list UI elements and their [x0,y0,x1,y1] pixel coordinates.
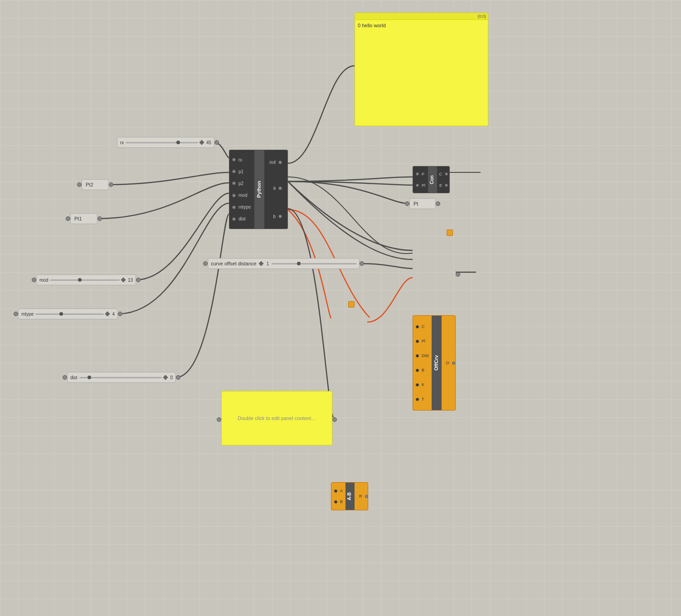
pt2-left-port [77,182,82,187]
mtype-right-port [118,312,122,316]
offcrv-c-port [416,325,419,328]
con-e-port-row: E [437,182,451,189]
python-mtype-port [232,205,236,209]
python-rx-port-row: rx [229,156,254,163]
ab-a-port [334,489,337,493]
offcrv-b-port [416,369,419,372]
curve-offset-track[interactable] [272,263,356,264]
dist-diamond-icon [163,375,168,380]
ab-top-connector [348,301,355,308]
ab-a-port-row: A [331,488,345,494]
python-dist-port [232,217,236,221]
python-out-port-row: out [264,159,285,166]
python-node[interactable]: rx p1 p2 mod mtype dist Python out a [229,150,288,229]
pt2-right-port [109,182,113,187]
pt1-right-port [97,216,102,221]
rx-slider-thumb[interactable] [176,141,180,144]
pt1-left-port [66,216,70,221]
con-c-port-row: C [437,171,451,177]
pt-output-node[interactable]: Pt [409,198,436,209]
ab-b-port [334,500,337,504]
mod-slider-track[interactable] [50,279,119,281]
offcrv-t-port-row: T [413,396,432,402]
python-p2-port [232,181,236,185]
curve-offset-thumb[interactable] [297,262,301,265]
python-p1-port-row: p1 [229,168,254,175]
con-pl-port [416,184,419,187]
curve-offset-diamond-icon [258,261,263,266]
con-node[interactable]: P Pl Con C E [413,166,450,193]
pt1-node[interactable]: Pt1 [70,213,97,224]
offcrv-b-port-row: B [413,367,432,373]
python-b-port-row: b [264,213,285,220]
offcrv-k-port [416,383,419,386]
mtype-slider-track[interactable] [35,313,104,315]
offcrv-dist-port-row: Dist [413,352,432,359]
con-p-port [416,172,419,176]
mod-right-port [136,278,141,282]
offcrv-t-port [416,398,419,401]
ab-label: A-B [345,483,355,510]
pt-right-port [436,201,440,206]
mod-slider[interactable]: mod 13 [36,274,136,285]
pt-left-port [405,201,409,206]
con-e-port [445,184,448,187]
con-p-port-row: P [413,171,428,177]
python-b-port [278,215,282,218]
con-pl-port-row: Pl [413,182,428,189]
offcrv-label: OffCrv [432,316,442,410]
bottom-panel[interactable]: Double click to edit panel content… [221,391,332,445]
python-label: Python [254,150,264,229]
curve-offset-right-port [360,261,364,266]
rx-slider[interactable]: rx 45 [117,137,214,148]
offcrv-o-port-row: O [443,360,458,366]
offcrv-node[interactable]: C Pl Dist B K T OffCrv O [413,315,456,411]
dist-slider[interactable]: dist 0 [67,372,176,383]
python-mod-port-row: mod [229,192,254,199]
rx-diamond-icon [199,140,204,145]
bottom-panel-left-port [217,417,221,422]
python-p1-port [232,170,236,173]
python-a-port-row: a [264,185,285,191]
offcrv-k-port-row: K [413,381,432,388]
python-mod-port [232,194,236,197]
top-panel: {0;0} 0 hello world [355,13,488,126]
dist-right-port [176,375,180,380]
ab-r-port-row: R [356,493,371,499]
rx-port [214,140,219,145]
offcrv-pl-port [416,340,419,343]
offcrv-c-port-row: C [413,323,432,330]
rx-slider-track[interactable] [126,142,198,143]
dist-left-port [63,375,67,380]
python-out-port [278,161,282,164]
mod-slider-thumb[interactable] [78,278,82,282]
mtype-slider-thumb[interactable] [59,312,63,316]
con-label: Con [428,166,437,193]
con-c-port [445,172,448,176]
python-mtype-port-row: mtype [229,204,254,210]
offcrv-dist-port [416,354,419,357]
offcrv-o-port [452,362,455,365]
mtype-slider[interactable]: mtype 4 [18,308,118,319]
ab-b-port-row: B [331,499,345,505]
python-p2-port-row: p2 [229,180,254,187]
offcrv-pl-port-row: Pl [413,338,432,344]
curve-offset-slider[interactable]: curve offset distance 1 [208,258,360,269]
python-a-port [278,186,282,190]
bottom-panel-right-port [332,417,337,422]
panel-header: {0;0} [355,13,488,20]
dist-slider-track[interactable] [79,377,162,378]
panel-content[interactable]: 0 hello world [355,20,488,47]
mod-diamond-icon [121,277,126,282]
mtype-diamond-icon [105,311,110,316]
offcrv-output-port [456,272,460,277]
pt2-node[interactable]: Pt2 [82,179,109,190]
ab-r-port [365,495,368,498]
dist-slider-thumb[interactable] [88,376,91,379]
curve-offset-left-port [203,261,208,266]
offcrv-top-connector [447,230,453,236]
ab-node[interactable]: A B A-B R [331,482,368,510]
python-dist-port-row: dist [229,215,254,222]
mtype-left-port [14,312,18,316]
mod-left-port [32,278,36,282]
